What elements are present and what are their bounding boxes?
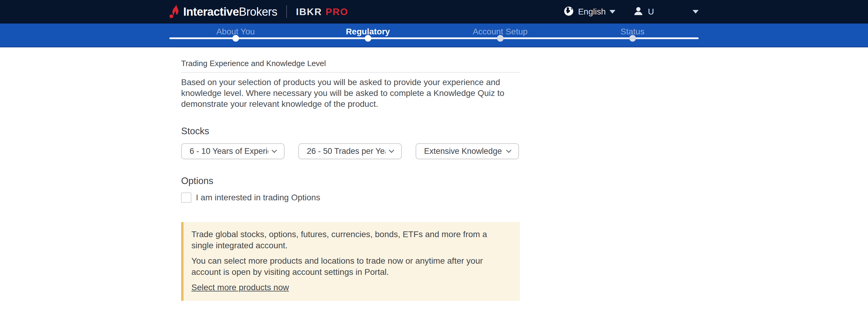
select-more-products-link[interactable]: Select more products now (191, 282, 289, 293)
chevron-down-icon (389, 149, 395, 153)
chevron-down-icon (506, 149, 512, 153)
stocks-heading: Stocks (181, 126, 520, 137)
user-icon (633, 6, 644, 18)
progress-dot (232, 35, 239, 41)
title-divider (181, 72, 520, 73)
user-menu[interactable]: U (633, 6, 654, 18)
account-menu-caret-icon[interactable] (692, 10, 699, 13)
stocks-frequency-select[interactable]: 26 - 50 Trades per Year (299, 143, 402, 159)
brand-word-interactive: Interactive (183, 5, 239, 18)
stocks-knowledge-value: Extensive Knowledge (424, 147, 503, 156)
brand-wordmark: InteractiveBrokers (183, 5, 277, 19)
nav-step-account-setup[interactable]: Account Setup (434, 24, 566, 47)
product-label: IBKR (296, 6, 322, 18)
product-tier-label: PRO (326, 6, 348, 18)
language-label: English (578, 7, 606, 17)
progress-dot (629, 35, 636, 41)
stocks-experience-value: 6 - 10 Years of Experience (190, 147, 268, 156)
page-title: Trading Experience and Knowledge Level (181, 59, 520, 68)
nav-step-status[interactable]: Status (566, 24, 699, 47)
top-header: InteractiveBrokers IBKR PRO English (0, 0, 868, 24)
stocks-knowledge-select[interactable]: Extensive Knowledge (415, 143, 519, 159)
header-divider (286, 5, 287, 18)
regulatory-form: Trading Experience and Knowledge Level B… (181, 59, 520, 301)
options-interested-checkbox[interactable] (181, 193, 191, 203)
brand-word-brokers: Brokers (239, 5, 277, 18)
progress-stepper: About You Regulatory Account Setup Statu… (0, 24, 868, 47)
brand-flame-icon (169, 4, 181, 20)
info-text-2: You can select more products and locatio… (191, 255, 511, 278)
stocks-frequency-value: 26 - 50 Trades per Year (307, 147, 385, 156)
stocks-select-row: 6 - 10 Years of Experience 26 - 50 Trade… (181, 143, 520, 159)
progress-dot (497, 35, 504, 41)
brand-logo[interactable]: InteractiveBrokers IBKR PRO (169, 4, 348, 20)
progress-dot (365, 35, 371, 41)
options-checkbox-row: I am interested in trading Options (181, 193, 520, 203)
globe-icon (564, 6, 574, 18)
user-initial: U (648, 7, 654, 17)
chevron-down-icon (610, 10, 615, 13)
products-info-box: Trade global stocks, options, futures, c… (181, 222, 520, 301)
chevron-down-icon (271, 149, 277, 153)
options-checkbox-label: I am interested in trading Options (196, 193, 320, 202)
info-text-1: Trade global stocks, options, futures, c… (191, 229, 511, 251)
stocks-experience-select[interactable]: 6 - 10 Years of Experience (181, 143, 284, 159)
language-selector[interactable]: English (564, 6, 615, 18)
options-heading: Options (181, 176, 520, 186)
nav-step-regulatory[interactable]: Regulatory (302, 24, 434, 47)
intro-text: Based on your selection of products you … (181, 77, 520, 110)
nav-step-about-you[interactable]: About You (169, 24, 302, 47)
